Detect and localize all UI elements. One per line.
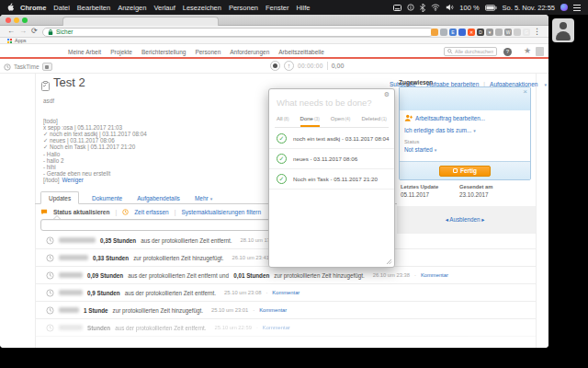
status-bubble-icon	[40, 209, 48, 215]
nav-item[interactable]: Arbeitszeittabelle	[278, 49, 324, 55]
show-less-link[interactable]: Weniger	[62, 177, 84, 183]
close-icon[interactable]: ×	[523, 87, 527, 96]
extension-icon[interactable]: D	[477, 29, 484, 36]
popup-tab-all[interactable]: All(8)	[277, 116, 289, 127]
bluetooth-icon[interactable]	[420, 4, 425, 12]
wifi-icon[interactable]	[431, 4, 440, 11]
browser-menu-icon[interactable]: ⋮	[533, 27, 541, 36]
nav-item[interactable]: Anforderungen	[230, 49, 269, 55]
check-circle-icon[interactable]: ✓	[277, 154, 287, 164]
update-status-button[interactable]: Status aktualisieren	[53, 209, 109, 215]
minimize-window-button[interactable]	[14, 17, 19, 23]
due-date-link[interactable]: Ich erledige das bis zum...	[404, 127, 471, 133]
close-window-button[interactable]	[6, 17, 11, 23]
profile-avatar[interactable]	[536, 47, 544, 56]
comment-link[interactable]: Kommentar	[421, 272, 448, 278]
back-button[interactable]: ←	[7, 27, 15, 35]
tab-2[interactable]: Aufgabendetails	[137, 195, 180, 201]
menubar-item[interactable]: Bearbeiten	[77, 4, 110, 12]
forward-button[interactable]: →	[19, 27, 27, 35]
update-timestamp: 25.10 um 22:59	[215, 325, 252, 330]
extension-icon[interactable]: G	[523, 29, 530, 36]
menubar-item[interactable]: Hilfe	[296, 4, 310, 12]
edit-assignment-row[interactable]: Arbeitsauftrag bearbeiten...	[404, 114, 485, 121]
todo-item[interactable]: ✓Noch ein Task - 05.11.2017 21:20	[269, 169, 394, 190]
volume-icon[interactable]	[446, 4, 454, 11]
extension-icon[interactable]: ✕	[468, 29, 475, 36]
extension-icon[interactable]: E	[449, 29, 457, 36]
browser-tab[interactable]	[62, 17, 219, 26]
record-button[interactable]	[270, 61, 280, 71]
check-circle-icon[interactable]: ✓	[277, 133, 287, 144]
user-avatar-icon[interactable]	[552, 18, 574, 42]
filter-system-updates-link[interactable]: Systemaktualisierungen filtern	[181, 209, 261, 215]
nav-item[interactable]: Projekte	[110, 49, 132, 55]
menubar-item[interactable]: Personen	[229, 4, 258, 12]
apple-logo-icon[interactable]	[7, 3, 15, 12]
gear-icon[interactable]: ⚙	[384, 91, 390, 98]
track-time-link[interactable]: Zeit erfassen	[134, 209, 169, 215]
hide-panel-link[interactable]: ◂ Ausblenden ▸	[399, 216, 531, 223]
siri-icon[interactable]	[560, 4, 568, 11]
tab-updates[interactable]: Updates	[40, 191, 79, 204]
comment-link[interactable]: Kommentar	[272, 290, 300, 295]
status-value-row[interactable]: Not started▾	[404, 146, 436, 153]
time-log-icon	[46, 271, 54, 280]
nav-item[interactable]: Berichterstellung	[141, 49, 186, 55]
menubar-item[interactable]: Anzeigen	[118, 4, 146, 12]
popup-tab-deleted[interactable]: Deleted(1)	[361, 116, 387, 127]
todo-item[interactable]: ✓neues - 03.11.2017 08:06	[269, 149, 394, 169]
extension-icon[interactable]: W	[504, 29, 512, 36]
new-todo-input[interactable]	[277, 98, 379, 108]
menubar-item[interactable]: Verlauf	[153, 4, 175, 12]
zoom-window-button[interactable]	[22, 17, 28, 23]
dot-separator: ·	[253, 307, 254, 313]
menubar-clock[interactable]: So. 5. Nov. 22:55	[503, 4, 555, 12]
separator: |	[115, 209, 117, 215]
apps-grid-icon[interactable]	[7, 39, 12, 43]
address-bar[interactable]: Sicher	[42, 28, 434, 37]
menubar-item[interactable]: Fenster	[266, 4, 288, 12]
due-date-row[interactable]: Ich erledige das bis zum...▾	[404, 127, 476, 133]
submit-time-button[interactable]: ↑	[284, 61, 294, 71]
popup-tab-open[interactable]: Open(4)	[331, 116, 351, 127]
extension-icon[interactable]	[440, 29, 447, 36]
apps-shortcut[interactable]: Apps	[15, 38, 27, 43]
tab-1[interactable]: Dokumente	[92, 195, 122, 201]
battery-icon[interactable]	[485, 5, 497, 11]
macos-menubar: ChromeDateiBearbeitenAnzeigenVerlaufLese…	[0, 0, 588, 15]
notification-center-icon[interactable]	[573, 5, 581, 11]
extension-icon[interactable]	[431, 29, 438, 36]
todo-item[interactable]: ✓noch ein text asdkj - 03.11.2017 08:04	[269, 129, 394, 149]
comment-link[interactable]: Kommentar	[263, 325, 290, 330]
done-button[interactable]: Fertig	[439, 166, 491, 177]
status-value-link[interactable]: Not started	[404, 146, 433, 153]
update-timestamp: 25.10 um 23:01	[211, 307, 248, 313]
favorites-star-icon[interactable]: ★	[524, 46, 531, 55]
global-search[interactable]	[444, 47, 497, 56]
edit-assignment-link[interactable]: Arbeitsauftrag bearbeiten...	[415, 115, 485, 121]
tasktime-settings-icon[interactable]	[42, 63, 52, 71]
menubar-item[interactable]: Lesezeichen	[183, 4, 221, 12]
nav-item[interactable]: Personen	[195, 49, 220, 55]
input-source-icon[interactable]	[393, 5, 401, 11]
tasktime-popup: ⚙ All(8)Done(3)Open(4)Deleted(1) ✓noch e…	[268, 88, 395, 268]
resize-handle[interactable]	[386, 259, 392, 265]
redacted-username	[59, 307, 79, 313]
help-button[interactable]: ?	[503, 48, 512, 56]
extension-icon[interactable]: ▾	[486, 29, 493, 36]
comment-link[interactable]: Kommentar	[259, 307, 287, 313]
info-menu-icon[interactable]	[407, 4, 414, 11]
menubar-item[interactable]: Chrome	[20, 4, 46, 12]
popup-tab-done[interactable]: Done(3)	[300, 116, 320, 127]
menubar-item[interactable]: Datei	[53, 4, 70, 12]
extension-icon[interactable]	[458, 29, 466, 36]
check-circle-icon[interactable]: ✓	[277, 174, 287, 184]
extension-icon[interactable]	[514, 29, 521, 36]
reload-button[interactable]: ⟳	[31, 27, 38, 35]
extension-icon[interactable]	[495, 29, 503, 36]
tab-3[interactable]: Mehr▾	[195, 195, 212, 201]
search-input[interactable]	[455, 49, 493, 54]
nav-item[interactable]: Meine Arbeit	[68, 49, 101, 55]
redacted-username	[59, 290, 83, 295]
